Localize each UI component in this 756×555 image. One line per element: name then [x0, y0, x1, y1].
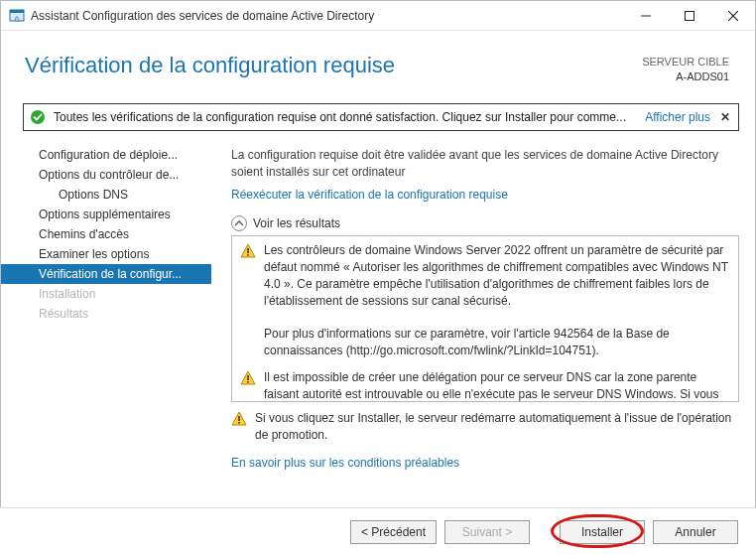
main-pane: La configuration requise doit être valid…: [211, 143, 739, 470]
svg-rect-11: [238, 416, 240, 421]
chevron-up-icon: [231, 215, 247, 231]
nav-item-dc-options[interactable]: Options du contrôleur de...: [1, 165, 211, 185]
rerun-check-link[interactable]: Réexécuter la vérification de la configu…: [231, 188, 739, 202]
learn-more-link[interactable]: En savoir plus sur les conditions préala…: [231, 456, 739, 470]
target-value: A-ADDS01: [642, 69, 729, 84]
install-button[interactable]: Installer: [560, 520, 645, 544]
target-server-block: SERVEUR CIBLE A-ADDS01: [642, 53, 729, 85]
nav-item-dns-options[interactable]: Options DNS: [1, 185, 211, 205]
previous-button[interactable]: < Précédent: [350, 520, 437, 544]
target-label: SERVEUR CIBLE: [642, 55, 729, 69]
nav-item-deployment-config[interactable]: Configuration de déploie...: [1, 145, 211, 165]
minimize-button[interactable]: [624, 1, 668, 31]
nav-item-installation: Installation: [1, 284, 211, 304]
close-button[interactable]: [711, 1, 755, 31]
cancel-button[interactable]: Annuler: [653, 520, 738, 544]
svg-rect-3: [686, 11, 694, 20]
maximize-button[interactable]: [668, 1, 711, 31]
nav-item-review-options[interactable]: Examiner les options: [1, 244, 211, 264]
nav-item-paths[interactable]: Chemins d'accès: [1, 224, 211, 244]
status-message: Toutes les vérifications de la configura…: [54, 110, 637, 124]
restart-warning-text: Si vous cliquez sur Installer, le serveu…: [255, 410, 739, 444]
svg-rect-12: [238, 422, 240, 424]
warning-icon: [240, 369, 256, 402]
success-icon: [30, 109, 46, 125]
restart-warning: Si vous cliquez sur Installer, le serveu…: [231, 410, 739, 444]
svg-rect-7: [247, 248, 249, 253]
app-icon: [9, 8, 25, 24]
nav-item-additional-options[interactable]: Options supplémentaires: [1, 205, 211, 224]
svg-rect-9: [247, 375, 249, 380]
warning-text: Les contrôleurs de domaine Windows Serve…: [264, 242, 730, 359]
header: Vérification de la configuration requise…: [1, 31, 755, 91]
warning-icon: [231, 410, 247, 444]
status-close-icon[interactable]: ✕: [718, 110, 732, 124]
warning-icon: [240, 242, 256, 359]
next-button: Suivant >: [444, 520, 530, 544]
status-bar: Toutes les vérifications de la configura…: [23, 103, 739, 131]
results-box[interactable]: Les contrôleurs de domaine Windows Serve…: [231, 235, 739, 402]
intro-text: La configuration requise doit être valid…: [231, 147, 739, 181]
svg-rect-10: [247, 381, 249, 383]
warning-text: Il est impossible de créer une délégatio…: [264, 369, 730, 402]
svg-point-6: [31, 110, 45, 124]
titlebar: Assistant Configuration des services de …: [1, 1, 755, 31]
warning-row: Les contrôleurs de domaine Windows Serve…: [240, 242, 730, 359]
warning-row: Il est impossible de créer une délégatio…: [240, 369, 730, 402]
wizard-footer: < Précédent Suivant > Installer Annuler: [0, 507, 756, 555]
results-header[interactable]: Voir les résultats: [231, 215, 739, 231]
svg-rect-1: [10, 10, 24, 13]
nav-item-results: Résultats: [1, 304, 211, 324]
window-title: Assistant Configuration des services de …: [31, 9, 374, 23]
results-header-label: Voir les résultats: [253, 216, 340, 230]
svg-rect-8: [247, 254, 249, 256]
status-show-more-link[interactable]: Afficher plus: [645, 110, 710, 124]
nav-item-prereq-check[interactable]: Vérification de la configur...: [1, 264, 211, 284]
wizard-nav: Configuration de déploie... Options du c…: [1, 143, 211, 470]
page-title: Vérification de la configuration requise: [25, 53, 642, 78]
